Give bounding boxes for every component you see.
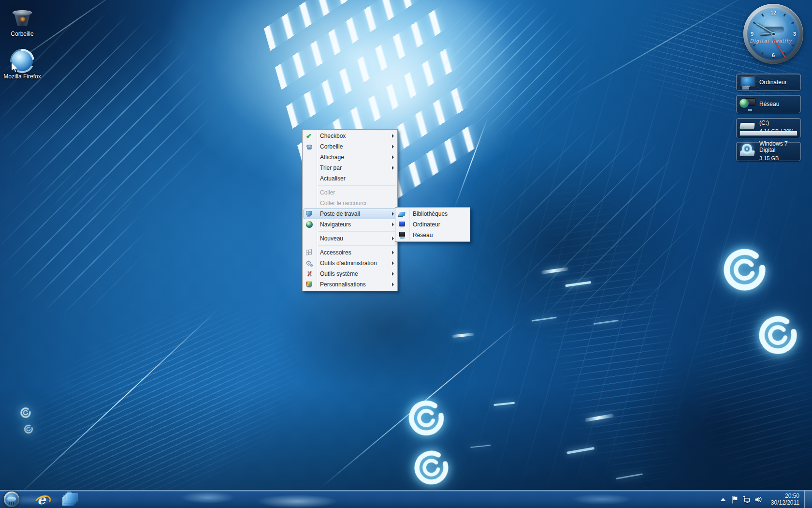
- gadget-label: (C:): [759, 120, 794, 126]
- menu-item-navigateurs[interactable]: Navigateurs: [303, 219, 397, 230]
- disk-usage-bar: [740, 131, 798, 136]
- gadget-label: Ordinateur: [759, 79, 787, 86]
- gadget-label: Windows 7 Digital: [759, 141, 798, 153]
- globe-icon: [305, 221, 313, 228]
- checkmark-icon: [305, 132, 313, 140]
- menu-item-accessoires[interactable]: Accessoires: [303, 247, 397, 258]
- desktop-wallpaper[interactable]: [0, 0, 812, 508]
- desktop: Corbeille Mozilla Firefox 12 3 6 9 Digit…: [0, 0, 812, 508]
- menu-item-personnalisations[interactable]: Personnalisations: [303, 279, 397, 290]
- show-desktop-button[interactable]: [804, 491, 812, 508]
- submenu-arrow-icon: [392, 237, 394, 240]
- taskbar-time: 20:50: [785, 493, 799, 499]
- flag-icon: [731, 495, 739, 504]
- taskbar: e: [0, 490, 812, 508]
- optical-drive-icon: [740, 145, 756, 158]
- windows-flag-icon: [305, 249, 313, 256]
- clock-face: 12 3 6 9 Digital Reality: [747, 8, 799, 60]
- submenu-item-reseau[interactable]: Réseau: [395, 230, 470, 240]
- menu-separator: [318, 185, 396, 186]
- chevron-up-icon: [721, 498, 725, 501]
- taskbar-clock[interactable]: 20:50 30/12/2011: [764, 493, 801, 506]
- context-submenu: Bibliothèques Ordinateur Réseau: [395, 207, 470, 242]
- menu-item-corbeille[interactable]: Corbeille: [303, 141, 397, 152]
- gadget-drive-c[interactable]: (C:) 4.14 GB / 30%: [736, 118, 801, 138]
- menu-item-actualiser[interactable]: Actualiser: [303, 173, 397, 184]
- menu-item-coller[interactable]: Coller: [303, 187, 397, 198]
- menu-item-nouveau[interactable]: Nouveau: [303, 233, 397, 244]
- clock-numeral: 9: [751, 31, 754, 37]
- internet-explorer-icon: e: [34, 493, 49, 507]
- computer-icon: [740, 75, 756, 89]
- gadget-label: Réseau: [759, 101, 779, 107]
- network-icon: [740, 97, 756, 111]
- clock-numeral: 3: [793, 31, 796, 37]
- submenu-arrow-icon: [392, 166, 394, 170]
- computer-icon: [398, 221, 406, 228]
- start-orb-icon: [5, 493, 18, 506]
- gadget-detail: 3.15 GB: [759, 155, 779, 161]
- menu-item-affichage[interactable]: Affichage: [303, 152, 397, 163]
- menu-item-outils-systeme[interactable]: Outils système: [303, 269, 397, 279]
- context-menu: Checkbox Corbeille Affichage Trier par A…: [302, 129, 398, 291]
- gadget-dvd-drive[interactable]: Windows 7 Digital 3.15 GB: [736, 142, 801, 161]
- menu-item-outils-administration[interactable]: Outils d'administration: [303, 258, 397, 269]
- gear-icon: [305, 259, 313, 267]
- submenu-arrow-icon: [392, 251, 394, 254]
- desktop-icon-label: Corbeille: [0, 30, 44, 37]
- submenu-arrow-icon: [392, 223, 394, 226]
- gadget-network[interactable]: Réseau: [736, 95, 801, 113]
- submenu-arrow-icon: [392, 145, 394, 149]
- submenu-arrow-icon: [392, 155, 394, 159]
- network-icon: [742, 495, 751, 504]
- menu-item-poste-de-travail[interactable]: Poste de travail: [303, 209, 397, 219]
- submenu-arrow-icon: [392, 212, 394, 216]
- menu-item-checkbox[interactable]: Checkbox: [303, 131, 397, 141]
- firefox-icon: [11, 50, 34, 72]
- taskbar-explorer-button[interactable]: [61, 492, 80, 508]
- gadget-computer[interactable]: Ordinateur: [736, 74, 801, 91]
- clock-numeral: 12: [770, 10, 776, 15]
- start-button[interactable]: [4, 492, 19, 507]
- clock-numeral: 6: [772, 52, 775, 58]
- action-center-button[interactable]: [729, 491, 740, 508]
- clock-gadget[interactable]: 12 3 6 9 Digital Reality: [743, 4, 803, 64]
- recycle-bin-icon: [11, 8, 34, 29]
- show-hidden-icons-button[interactable]: [717, 491, 729, 508]
- display-icon: [305, 281, 313, 288]
- speaker-icon: [754, 495, 762, 504]
- menu-item-coller-raccourci[interactable]: Coller le raccourci: [303, 198, 397, 209]
- submenu-item-bibliotheques[interactable]: Bibliothèques: [395, 209, 470, 219]
- volume-button[interactable]: [752, 491, 764, 508]
- computer-icon: [305, 210, 313, 218]
- taskbar-internet-explorer-button[interactable]: e: [32, 492, 51, 508]
- submenu-item-ordinateur[interactable]: Ordinateur: [395, 219, 470, 230]
- submenu-arrow-icon: [392, 283, 394, 286]
- taskbar-date: 30/12/2011: [771, 499, 799, 506]
- tools-icon: [305, 270, 313, 278]
- recycle-bin-icon: [305, 143, 313, 150]
- network-icon: [398, 231, 406, 239]
- desktop-icon-recycle-bin[interactable]: Corbeille: [0, 8, 44, 37]
- menu-item-trier-par[interactable]: Trier par: [303, 163, 397, 173]
- system-tray: 20:50 30/12/2011: [717, 491, 812, 508]
- libraries-icon: [398, 210, 406, 218]
- network-status-button[interactable]: [740, 491, 752, 508]
- menu-separator: [318, 231, 396, 232]
- submenu-arrow-icon: [392, 272, 394, 276]
- submenu-arrow-icon: [392, 134, 394, 138]
- desktop-icon-firefox[interactable]: Mozilla Firefox: [0, 50, 44, 80]
- menu-separator: [318, 245, 396, 246]
- submenu-arrow-icon: [392, 261, 394, 265]
- clock-brand-text: Digital Reality: [747, 38, 794, 44]
- taskbar-glass-decor: [0, 491, 812, 508]
- folder-icon: [62, 493, 79, 507]
- desktop-icon-label: Mozilla Firefox: [0, 73, 44, 80]
